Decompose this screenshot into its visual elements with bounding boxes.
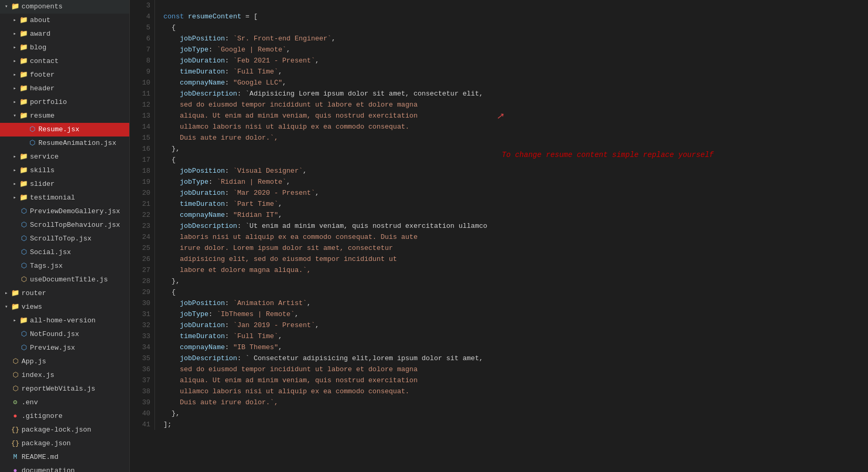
line-number: 33: [134, 331, 150, 342]
code-line: jobType: `Google | Remote`,: [163, 44, 860, 55]
sidebar-item-contact[interactable]: ▸📁contact: [0, 55, 129, 68]
sidebar-item-components[interactable]: ▾📁components: [0, 0, 129, 14]
code-line: jobDescription: ` Consectetur adipisicin…: [163, 353, 860, 364]
code-line: Duis aute irure dolor.`,: [163, 132, 860, 143]
line-number: 32: [134, 320, 150, 331]
item-label: ResumeAnimation.jsx: [38, 138, 129, 149]
js-icon: ⬡: [11, 356, 20, 368]
code-line: jobDuration: `Mar 2020 - Present`,: [163, 187, 860, 198]
sidebar-item-App.js[interactable]: ⬡App.js: [0, 355, 129, 369]
line-number: 28: [134, 276, 150, 287]
sidebar-item-Preview.jsx[interactable]: ⬡Preview.jsx: [0, 341, 129, 355]
sidebar-item-all-home-version[interactable]: ▸📁all-home-version: [0, 314, 129, 328]
item-label: NotFound.jsx: [30, 329, 129, 340]
item-label: skills: [30, 165, 129, 176]
item-label: slider: [30, 179, 129, 190]
line-number: 35: [134, 353, 150, 364]
folder-arrow: ▸: [11, 56, 19, 67]
item-label: Social.jsx: [30, 247, 129, 258]
circle-icon: ●: [11, 465, 20, 472]
line-number: 3: [134, 0, 150, 11]
item-label: portfolio: [30, 97, 129, 108]
sidebar-item-ScrollToTop.jsx[interactable]: ⬡ScrollToTop.jsx: [0, 232, 129, 246]
code-line: jobDuration: `Feb 2021 - Present`,: [163, 55, 860, 66]
sidebar-item-.gitignore[interactable]: ●.gitignore: [0, 410, 129, 423]
code-area: ↗ To change resume content simple replac…: [155, 0, 868, 430]
item-label: ScrollTopBehaviour.jsx: [30, 219, 129, 231]
sidebar-item-useDocumentTitle.js[interactable]: ⬡useDocumentTitle.js: [0, 273, 129, 287]
jsx-icon: ⬡: [27, 138, 37, 149]
line-number: 23: [134, 221, 150, 232]
sidebar-item-Resume.jsx[interactable]: ⬡Resume.jsx: [0, 123, 129, 137]
line-number: 7: [134, 44, 150, 55]
line-number: 15: [134, 132, 150, 143]
item-label: reportWebVitals.js: [22, 383, 129, 395]
item-label: App.js: [22, 356, 129, 368]
line-number: 22: [134, 209, 150, 221]
folder-arrow: ▸: [11, 315, 19, 327]
line-number: 20: [134, 187, 150, 198]
code-line: timeDuraton: `Part Time`,: [163, 198, 860, 209]
line-number: 38: [134, 386, 150, 397]
gitignore-icon: ●: [11, 411, 20, 422]
folder-arrow: ▸: [11, 42, 19, 54]
sidebar-item-package.json[interactable]: {}package.json: [0, 437, 129, 450]
sidebar-item-service[interactable]: ▸📁service: [0, 150, 129, 164]
item-label: testimonial: [30, 192, 129, 204]
sidebar-item-about[interactable]: ▸📁about: [0, 14, 129, 27]
code-line: jobPosition: `Animation Artist`,: [163, 298, 860, 309]
code-line: {: [163, 22, 860, 33]
sidebar-item-documentation[interactable]: ●documentation: [0, 464, 129, 472]
line-number: 21: [134, 198, 150, 209]
line-number: 18: [134, 165, 150, 176]
sidebar-item-NotFound.jsx[interactable]: ⬡NotFound.jsx: [0, 328, 129, 341]
sidebar-item-ResumeAnimation.jsx[interactable]: ⬡ResumeAnimation.jsx: [0, 137, 129, 150]
sidebar-item-portfolio[interactable]: ▸📁portfolio: [0, 96, 129, 109]
jsx-icon: ⬡: [19, 233, 28, 245]
sidebar-item-header[interactable]: ▸📁header: [0, 82, 129, 96]
code-line: {: [163, 287, 860, 298]
line-number: 19: [134, 176, 150, 187]
sidebar-item-footer[interactable]: ▸📁footer: [0, 68, 129, 82]
sidebar-item-router[interactable]: ▸📁router: [0, 287, 129, 300]
jsx-icon: ⬡: [19, 247, 28, 258]
sidebar-item-skills[interactable]: ▸📁skills: [0, 164, 129, 177]
line-number: 13: [134, 110, 150, 121]
code-line: jobDescription: `Ut enim ad minim veniam…: [163, 221, 860, 232]
item-label: Tags.jsx: [30, 260, 129, 272]
item-label: blog: [30, 42, 129, 54]
file-explorer: ▾📁components▸📁about▸📁award▸📁blog▸📁contac…: [0, 0, 130, 472]
sidebar-item-index.js[interactable]: ⬡index.js: [0, 369, 129, 382]
code-line: ];: [163, 419, 860, 430]
sidebar-item-Tags.jsx[interactable]: ⬡Tags.jsx: [0, 259, 129, 273]
line-number: 41: [134, 419, 150, 430]
code-line: compnayName: "IB Themes",: [163, 342, 860, 353]
line-number: 25: [134, 243, 150, 254]
code-editor: 3456789101112131415161718192021222324252…: [130, 0, 868, 472]
sidebar-item-PreviewDemoGallery.jsx[interactable]: ⬡PreviewDemoGallery.jsx: [0, 205, 129, 218]
code-line: [163, 0, 860, 11]
sidebar-item-ScrollTopBehaviour.jsx[interactable]: ⬡ScrollTopBehaviour.jsx: [0, 218, 129, 232]
sidebar-item-blog[interactable]: ▸📁blog: [0, 41, 129, 55]
folder-icon: 📁: [19, 56, 28, 67]
code-line: aliqua. Ut enim ad minim veniam, quis no…: [163, 110, 860, 121]
code-line: sed do eiusmod tempor incididunt ut labo…: [163, 99, 860, 110]
sidebar-item-Social.jsx[interactable]: ⬡Social.jsx: [0, 246, 129, 259]
sidebar-item-testimonial[interactable]: ▸📁testimonial: [0, 191, 129, 205]
folder-arrow: ▸: [11, 179, 19, 190]
code-line: Duis aute irure dolor.`,: [163, 397, 860, 408]
sidebar-item-README.md[interactable]: MREADME.md: [0, 450, 129, 464]
folder-icon: 📁: [19, 110, 28, 122]
code-line: timeDuraton: `Full Time`,: [163, 66, 860, 77]
sidebar-item-resume[interactable]: ▾📁resume: [0, 109, 129, 123]
jsx-icon: ⬡: [19, 342, 28, 354]
sidebar-item-reportWebVitals.js[interactable]: ⬡reportWebVitals.js: [0, 382, 129, 396]
sidebar-item-package-lock.json[interactable]: {}package-lock.json: [0, 423, 129, 437]
code-line: labore et dolore magna aliqua.`,: [163, 265, 860, 276]
sidebar-item-views[interactable]: ▾📁views: [0, 300, 129, 314]
sidebar-item-.env[interactable]: ⚙.env: [0, 396, 129, 410]
item-label: views: [22, 301, 129, 313]
sidebar-item-slider[interactable]: ▸📁slider: [0, 177, 129, 191]
sidebar-item-award[interactable]: ▸📁award: [0, 27, 129, 41]
code-line: },: [163, 276, 860, 287]
